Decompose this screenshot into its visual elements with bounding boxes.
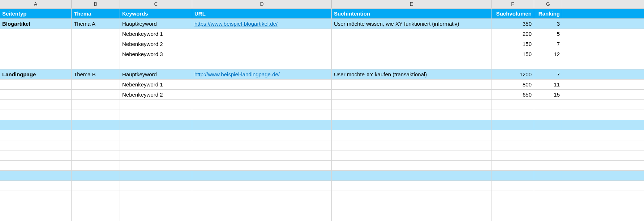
cell-thema[interactable] [72,100,120,110]
cell-volume[interactable]: 800 [491,80,534,89]
cell-volume[interactable] [491,120,534,130]
cell-keyword[interactable]: Nebenkeyword 1 [120,80,192,89]
cell-volume[interactable]: 1200 [491,69,534,79]
url-link[interactable]: http://www.beispiel-landingpage.de/ [194,71,280,77]
cell-thema[interactable] [72,49,120,59]
cell-ranking[interactable]: 11 [534,80,562,89]
cell-ranking[interactable] [534,150,562,160]
header-url[interactable]: URL [192,9,332,18]
col-header-E[interactable]: E [332,0,491,8]
cell-thema[interactable]: Thema B [72,69,120,79]
cell-thema[interactable] [72,150,120,160]
header-suchvolumen[interactable]: Suchvolumen [491,9,534,18]
cell-intent[interactable]: User möchte XY kaufen (transaktional) [332,69,491,79]
cell-keyword[interactable] [120,150,192,160]
cell-volume[interactable] [491,201,534,211]
cell-keyword[interactable] [120,100,192,110]
cell-url[interactable] [192,161,332,170]
cell-url[interactable] [192,140,332,150]
cell-ranking[interactable] [534,100,562,110]
cell-volume[interactable] [491,130,534,140]
cell-thema[interactable] [72,110,120,120]
cell-thema[interactable] [72,211,120,221]
cell-ranking[interactable] [534,140,562,150]
cell-ranking[interactable] [534,211,562,221]
cell-intent[interactable] [332,80,491,89]
cell-keyword[interactable] [120,110,192,120]
cell-intent[interactable] [332,100,491,110]
header-suchintention[interactable]: Suchintention [332,9,491,18]
cell-ranking[interactable]: 7 [534,39,562,49]
cell-url[interactable]: http://www.beispiel-landingpage.de/ [192,69,332,79]
cell-ranking[interactable] [534,130,562,140]
cell-volume[interactable] [491,181,534,191]
cell-seitentyp[interactable] [0,100,72,110]
cell-ranking[interactable]: 12 [534,49,562,59]
cell-seitentyp[interactable] [0,39,72,49]
col-header-A[interactable]: A [0,0,72,8]
cell-intent[interactable] [332,201,491,211]
cell-ranking[interactable]: 3 [534,19,562,29]
cell-seitentyp[interactable] [0,211,72,221]
cell-keyword[interactable] [120,171,192,180]
cell-seitentyp[interactable] [0,171,72,180]
cell-seitentyp[interactable] [0,130,72,140]
cell-intent[interactable] [332,130,491,140]
cell-keyword[interactable]: Nebenkeyword 2 [120,90,192,99]
cell-ranking[interactable]: 15 [534,90,562,99]
cell-seitentyp[interactable] [0,120,72,130]
cell-keyword[interactable]: Nebenkeyword 1 [120,29,192,39]
cell-thema[interactable] [72,181,120,191]
col-header-C[interactable]: C [120,0,192,8]
cell-keyword[interactable] [120,211,192,221]
cell-ranking[interactable] [534,191,562,201]
cell-seitentyp[interactable] [0,90,72,99]
cell-url[interactable] [192,130,332,140]
cell-ranking[interactable] [534,181,562,191]
cell-keyword[interactable] [120,191,192,201]
cell-intent[interactable] [332,171,491,180]
cell-url[interactable] [192,29,332,39]
cell-seitentyp[interactable] [0,80,72,89]
cell-volume[interactable]: 150 [491,39,534,49]
cell-intent[interactable] [332,49,491,59]
cell-intent[interactable] [332,150,491,160]
cell-seitentyp[interactable] [0,161,72,170]
cell-keyword[interactable]: Hauptkeyword [120,19,192,29]
cell-url[interactable]: https://www.beispiel-blogartikel.de/ [192,19,332,29]
cell-thema[interactable] [72,80,120,89]
cell-seitentyp[interactable] [0,29,72,39]
cell-thema[interactable] [72,140,120,150]
cell-thema[interactable] [72,161,120,170]
cell-thema[interactable] [72,39,120,49]
cell-url[interactable] [192,49,332,59]
cell-thema[interactable] [72,191,120,201]
cell-seitentyp[interactable] [0,59,72,69]
cell-seitentyp[interactable] [0,150,72,160]
cell-volume[interactable] [491,171,534,180]
col-header-F[interactable]: F [491,0,534,8]
header-keywords[interactable]: Keywords [120,9,192,18]
cell-seitentyp[interactable] [0,49,72,59]
cell-seitentyp[interactable]: Blogartikel [0,19,72,29]
cell-volume[interactable] [491,211,534,221]
cell-keyword[interactable] [120,181,192,191]
cell-ranking[interactable] [534,161,562,170]
cell-thema[interactable] [72,29,120,39]
cell-volume[interactable] [491,140,534,150]
col-header-D[interactable]: D [192,0,332,8]
cell-url[interactable] [192,120,332,130]
cell-thema[interactable]: Thema A [72,19,120,29]
cell-keyword[interactable] [120,130,192,140]
cell-thema[interactable] [72,171,120,180]
cell-intent[interactable] [332,110,491,120]
cell-thema[interactable] [72,90,120,99]
cell-seitentyp[interactable] [0,110,72,120]
cell-url[interactable] [192,150,332,160]
cell-url[interactable] [192,100,332,110]
header-ranking[interactable]: Ranking [534,9,562,18]
cell-intent[interactable] [332,59,491,69]
cell-intent[interactable] [332,120,491,130]
cell-thema[interactable] [72,120,120,130]
cell-volume[interactable] [491,100,534,110]
